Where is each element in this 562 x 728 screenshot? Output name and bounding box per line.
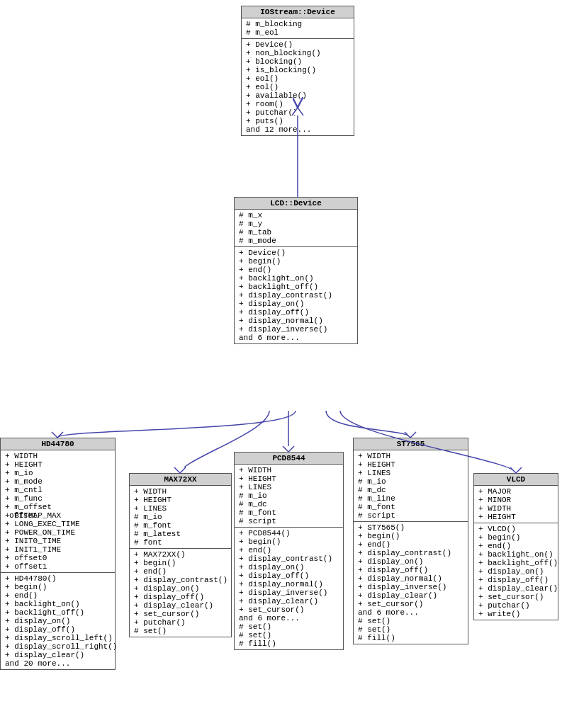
vlcd-attributes: + MAJOR + MINOR + WIDTH + HEIGHT <box>474 486 558 523</box>
max72xx-header: MAX72XX <box>130 474 231 486</box>
vlcd-box: VLCD + MAJOR + MINOR + WIDTH + HEIGHT + … <box>473 473 558 620</box>
st7565-header: ST7565 <box>354 438 468 450</box>
st7565-box: ST7565 + WIDTH + HEIGHT + LINES # m_io #… <box>353 438 468 644</box>
iostream-device-methods: + Device() + non_blocking() + blocking()… <box>242 39 354 135</box>
lcd-device-box: LCD::Device # m_x # m_y # m_tab # m_mode… <box>234 197 358 344</box>
pcd8544-attributes: + WIDTH + HEIGHT + LINES # m_io # m_dc #… <box>235 465 343 528</box>
st7565-methods: + ST7565() + begin() + end() + display_c… <box>354 522 468 644</box>
vlcd-methods: + VLCD() + begin() + end() + backlight_o… <box>474 523 558 620</box>
lcd-device-methods: + Device() + begin() + end() + backlight… <box>235 247 357 343</box>
offset-label: offset <box>9 511 38 520</box>
max72xx-methods: + MAX72XX() + begin() + end() + display_… <box>130 549 231 637</box>
iostream-device-attributes: # m_blocking # m_eol <box>242 18 354 39</box>
hd44780-header: HD44780 <box>1 438 115 450</box>
diagram-container: IOStream::Device # m_blocking # m_eol + … <box>0 0 562 728</box>
st7565-attributes: + WIDTH + HEIGHT + LINES # m_io # m_dc #… <box>354 450 468 522</box>
pcd8544-methods: + PCD8544() + begin() + end() + display_… <box>235 528 343 649</box>
vlcd-header: VLCD <box>474 474 558 486</box>
max72xx-box: MAX72XX + WIDTH + HEIGHT + LINES # m_io … <box>129 473 232 637</box>
lcd-device-attributes: # m_x # m_y # m_tab # m_mode <box>235 210 357 247</box>
lcd-device-header: LCD::Device <box>235 198 357 210</box>
max72xx-attributes: + WIDTH + HEIGHT + LINES # m_io # m_font… <box>130 486 231 549</box>
hd44780-box: HD44780 + WIDTH + HEIGHT + m_io + m_mode… <box>0 438 116 670</box>
pcd8544-header: PCD8544 <box>235 453 343 465</box>
pcd8544-box: PCD8544 + WIDTH + HEIGHT + LINES # m_io … <box>234 452 344 650</box>
hd44780-methods: + HD44780() + begin() + end() + backligh… <box>1 573 115 669</box>
iostream-device-box: IOStream::Device # m_blocking # m_eol + … <box>241 6 354 136</box>
iostream-device-header: IOStream::Device <box>242 6 354 18</box>
